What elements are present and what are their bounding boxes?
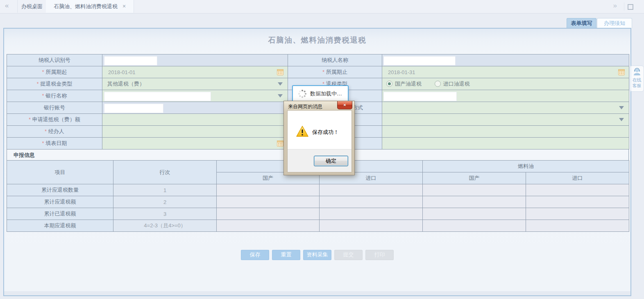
data-cell[interactable]	[526, 220, 629, 232]
support-label: 在线	[630, 77, 644, 83]
period-start-value: 2018-01-01	[102, 69, 136, 75]
data-cell[interactable]	[320, 196, 423, 208]
bank-name-select[interactable]	[102, 90, 288, 102]
field-label: 经办人	[48, 128, 64, 134]
data-cell[interactable]	[526, 184, 629, 196]
selected-option: 其他退税（费）	[102, 81, 145, 87]
bank-account-input[interactable]	[104, 104, 163, 113]
bank-name-input[interactable]	[104, 92, 211, 101]
panel-bottom-strip	[4, 291, 630, 295]
data-cell[interactable]	[320, 208, 423, 220]
refund-category-radios: 国产油退税 进口油退税	[382, 80, 629, 88]
support-label: 客服	[630, 83, 644, 88]
period-start-field[interactable]: 2018-01-01	[102, 66, 288, 78]
calendar-icon[interactable]	[277, 140, 283, 147]
column-header: 项目	[7, 161, 113, 184]
row-line: 3	[113, 208, 217, 220]
chevron-down-icon[interactable]	[619, 118, 624, 121]
top-tab-bar: « 办税桌面 石脑油、燃料油消费税退税× »	[0, 0, 644, 14]
required-mark: *	[42, 93, 44, 99]
refund-type-select[interactable]: 其他退税（费）	[102, 78, 288, 90]
field-label: 银行名称	[45, 93, 67, 99]
spinner-icon	[298, 89, 307, 98]
radio-label[interactable]: 国产油退税	[395, 81, 422, 87]
loading-text: 数据加载中…	[310, 90, 342, 97]
row-item: 累计已退税额	[7, 208, 113, 220]
required-mark: *	[42, 69, 44, 75]
required-mark: *	[37, 81, 39, 87]
row-item: 本期应退税额	[7, 220, 113, 232]
refund-amount-field[interactable]	[102, 114, 288, 126]
field-label: 申请退抵税（费）额	[32, 116, 80, 122]
print-button[interactable]: 打印	[365, 250, 394, 260]
table-row: 本期应退税额 4=2-3（且4>=0）	[7, 220, 629, 232]
support-agent-icon	[633, 68, 642, 76]
taxpayer-id-input[interactable]	[104, 56, 157, 66]
period-end-field[interactable]: 2018-01-31	[382, 66, 629, 78]
chevron-down-icon[interactable]	[278, 82, 283, 86]
chevron-left-icon[interactable]: «	[5, 2, 9, 10]
sub-header: 进口	[526, 172, 629, 184]
chevron-down-icon[interactable]	[619, 106, 624, 109]
dialog-close-button[interactable]: ×	[337, 101, 352, 109]
chevron-right-icon[interactable]: »	[613, 2, 617, 10]
maximize-icon[interactable]	[628, 4, 633, 10]
collect-data-button[interactable]: 资料采集	[303, 250, 331, 260]
tab-form-fill[interactable]: 表单填写	[567, 18, 596, 28]
required-mark: *	[42, 140, 44, 146]
radio-label[interactable]: 进口油退税	[443, 81, 470, 87]
data-cell[interactable]	[526, 196, 629, 208]
warning-icon	[296, 125, 309, 138]
handler-field[interactable]	[102, 126, 288, 138]
data-cell[interactable]	[320, 184, 423, 196]
hidden-field-input[interactable]	[383, 92, 457, 101]
calendar-icon[interactable]	[277, 69, 283, 75]
divider	[624, 2, 624, 11]
dialog-message: 保存成功！	[312, 129, 339, 136]
hidden-select[interactable]	[382, 114, 629, 126]
data-cell[interactable]	[526, 208, 629, 220]
row-line: 2	[113, 196, 217, 208]
data-cell[interactable]	[423, 184, 526, 196]
data-cell[interactable]	[423, 208, 526, 220]
field-label: 所属期止	[326, 69, 347, 75]
field-label: 填表日期	[45, 140, 67, 146]
field-label: 银行账号	[44, 104, 65, 111]
close-icon[interactable]: ×	[122, 3, 126, 9]
tab-fuel-oil-refund[interactable]: 石脑油、燃料油消费税退税×	[46, 0, 134, 13]
save-button[interactable]: 保存	[241, 250, 269, 260]
data-cell[interactable]	[423, 196, 526, 208]
tab-label: 石脑油、燃料油消费税退税	[54, 3, 118, 9]
sub-header: 国产	[423, 172, 526, 184]
data-cell[interactable]	[423, 220, 526, 232]
reset-button[interactable]: 重置	[272, 250, 300, 260]
required-mark: *	[29, 117, 31, 122]
refund-method-select[interactable]	[382, 102, 629, 114]
page-title: 石脑油、燃料油消费税退税	[4, 35, 630, 45]
submit-button[interactable]: 提交	[334, 250, 363, 260]
dialog-title: 来自网页的消息	[288, 103, 322, 110]
taxpayer-name-input[interactable]	[383, 56, 456, 66]
data-cell[interactable]	[217, 208, 320, 220]
form-row: 纳税人识别号 纳税人名称	[7, 54, 629, 66]
data-cell[interactable]	[320, 220, 423, 232]
required-mark: *	[322, 69, 324, 75]
data-cell[interactable]	[217, 184, 320, 196]
ok-button[interactable]: 确定	[314, 156, 348, 166]
tab-tax-desktop[interactable]: 办税桌面	[17, 0, 47, 13]
data-cell[interactable]	[217, 220, 320, 232]
radio-imported-oil[interactable]	[435, 81, 441, 87]
radio-domestic-oil[interactable]	[386, 81, 392, 87]
row-item: 累计应退税数量	[7, 184, 113, 196]
chevron-down-icon[interactable]	[278, 94, 283, 97]
table-row: 累计应退税数量 1	[7, 184, 629, 196]
field-label: 提退税金类型	[40, 81, 72, 87]
online-support-widget[interactable]: 在线 客服	[630, 66, 644, 92]
fill-date-field[interactable]	[102, 138, 288, 150]
data-cell[interactable]	[217, 196, 320, 208]
field-label: 纳税人识别号	[39, 57, 70, 63]
row-line: 4=2-3（且4>=0）	[113, 220, 217, 232]
tab-label: 办税桌面	[21, 3, 43, 9]
calendar-icon[interactable]	[618, 69, 625, 75]
tab-notice[interactable]: 办理须知	[597, 18, 632, 28]
